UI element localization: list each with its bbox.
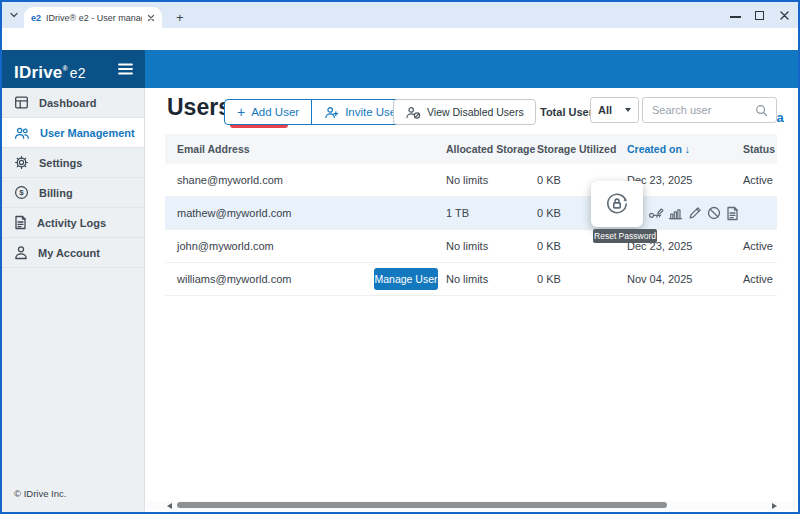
- reset-password-lock-icon: [604, 191, 630, 217]
- user-email: williams@myworld.com: [177, 263, 291, 296]
- browser-toolbar: ← → console.idrivee2.com/reseller-user-m…: [2, 28, 798, 50]
- activity-logs-icon: [14, 215, 27, 230]
- table-row-shane[interactable]: shane@myworld.com No limits 0 KB Dec 23,…: [165, 164, 777, 197]
- sidebar-item-label: Settings: [39, 157, 82, 169]
- hamburger-menu-icon[interactable]: [118, 63, 133, 75]
- storage-utilized: 0 KB: [537, 263, 561, 296]
- sidebar-item-billing[interactable]: $ Billing: [2, 178, 144, 208]
- storage-utilized: 0 KB: [537, 230, 561, 263]
- header-created-on-sort[interactable]: Created on ↓: [627, 134, 690, 164]
- user-email: shane@myworld.com: [177, 164, 283, 197]
- search-icon[interactable]: [755, 104, 768, 117]
- created-on: Nov 04, 2025: [627, 263, 692, 296]
- browser-tab[interactable]: e2 IDrive® e2 - User management: [24, 7, 162, 28]
- storage-utilized: 0 KB: [537, 164, 561, 197]
- svg-text:$: $: [19, 188, 24, 197]
- allocated-storage: No limits: [446, 164, 488, 197]
- sidebar-item-dashboard[interactable]: Dashboard: [2, 88, 144, 118]
- reset-password-tooltip: Reset Password: [593, 229, 657, 243]
- tab-close-icon[interactable]: [147, 14, 155, 22]
- dashboard-icon: [14, 95, 29, 110]
- sidebar-item-user-management[interactable]: User Management: [2, 118, 144, 148]
- window-maximize-button[interactable]: [755, 11, 764, 20]
- person-plus-icon: [324, 106, 339, 119]
- edit-pencil-icon[interactable]: [688, 206, 702, 220]
- gear-icon: [14, 155, 29, 170]
- view-disabled-users-button[interactable]: View Disabled Users: [393, 99, 536, 125]
- table-header-row: Email Address Allocated Storage Storage …: [165, 134, 777, 164]
- my-account-person-icon: [14, 245, 28, 260]
- table-row-mathew-hovered[interactable]: mathew@myworld.com 1 TB 0 KB: [165, 197, 777, 230]
- reset-password-button[interactable]: [591, 181, 643, 227]
- tab-strip: e2 IDrive® e2 - User management +: [2, 2, 798, 28]
- sidebar-item-my-account[interactable]: My Account: [2, 238, 144, 268]
- table-row-john[interactable]: john@myworld.com No limits 0 KB Dec 23, …: [165, 230, 777, 263]
- window-minimize-button[interactable]: [730, 16, 741, 18]
- filter-chevron-down-icon: [625, 108, 631, 112]
- disable-user-ban-icon[interactable]: [707, 206, 721, 220]
- sidebar-item-label: User Management: [40, 127, 135, 139]
- header-status: Status: [743, 134, 775, 164]
- manage-user-button[interactable]: Manage User: [374, 268, 438, 290]
- user-logs-document-icon[interactable]: [726, 206, 739, 221]
- sort-descending-icon: ↓: [685, 143, 690, 155]
- window-close-button[interactable]: [779, 10, 790, 21]
- sidebar-item-label: Dashboard: [39, 97, 96, 109]
- logo-area: IDrive®e2: [2, 50, 145, 88]
- usage-chart-icon[interactable]: [668, 206, 683, 220]
- filter-selected-value: All: [598, 104, 612, 116]
- horizontal-scrollbar-thumb[interactable]: [177, 502, 667, 508]
- scroll-left-arrow[interactable]: [167, 503, 172, 509]
- sidebar: Dashboard User Management Settings $ Bil…: [2, 88, 145, 512]
- browser-window: e2 IDrive® e2 - User management + ← → co…: [0, 0, 800, 514]
- user-email: mathew@myworld.com: [177, 197, 291, 230]
- scroll-right-arrow[interactable]: [772, 503, 777, 509]
- header-email-address: Email Address: [177, 134, 250, 164]
- user-actions-button-group: + Add User Invite Users: [224, 99, 419, 125]
- header-storage-utilized: Storage Utilized: [537, 134, 616, 164]
- idrive-e2-logo: IDrive®e2: [14, 50, 86, 88]
- billing-dollar-icon: $: [14, 185, 29, 200]
- storage-utilized: 0 KB: [537, 197, 561, 230]
- tab-search-chevron-icon[interactable]: [9, 11, 19, 19]
- edit-access-key-icon[interactable]: [648, 206, 665, 220]
- status-badge: Active: [743, 263, 773, 296]
- status-badge: Active: [743, 230, 773, 263]
- plus-icon: +: [237, 104, 245, 120]
- users-icon: [14, 126, 30, 140]
- allocated-storage: No limits: [446, 230, 488, 263]
- idrive-e2-favicon: e2: [31, 13, 41, 23]
- allocated-storage: No limits: [446, 263, 488, 296]
- sidebar-item-label: My Account: [38, 247, 100, 259]
- person-disabled-icon: [405, 106, 421, 119]
- status-badge: Active: [743, 164, 773, 197]
- search-box: [642, 97, 777, 123]
- user-email: john@myworld.com: [177, 230, 274, 263]
- header-allocated-storage: Allocated Storage: [446, 134, 535, 164]
- sidebar-item-activity-logs[interactable]: Activity Logs: [2, 208, 144, 238]
- sidebar-item-label: Billing: [39, 187, 73, 199]
- sidebar-item-label: Activity Logs: [37, 217, 106, 229]
- new-tab-button[interactable]: +: [176, 7, 184, 28]
- tab-title: IDrive® e2 - User management: [46, 13, 142, 23]
- page-title: Users: [167, 94, 231, 121]
- table-row-williams[interactable]: williams@myworld.com Manage User No limi…: [165, 263, 777, 296]
- sidebar-item-settings[interactable]: Settings: [2, 148, 144, 178]
- add-user-button[interactable]: + Add User: [225, 100, 311, 124]
- copyright-text: © IDrive Inc.: [14, 488, 66, 499]
- user-filter-dropdown[interactable]: All: [590, 97, 639, 123]
- allocated-storage: 1 TB: [446, 197, 469, 230]
- search-input[interactable]: [652, 99, 750, 121]
